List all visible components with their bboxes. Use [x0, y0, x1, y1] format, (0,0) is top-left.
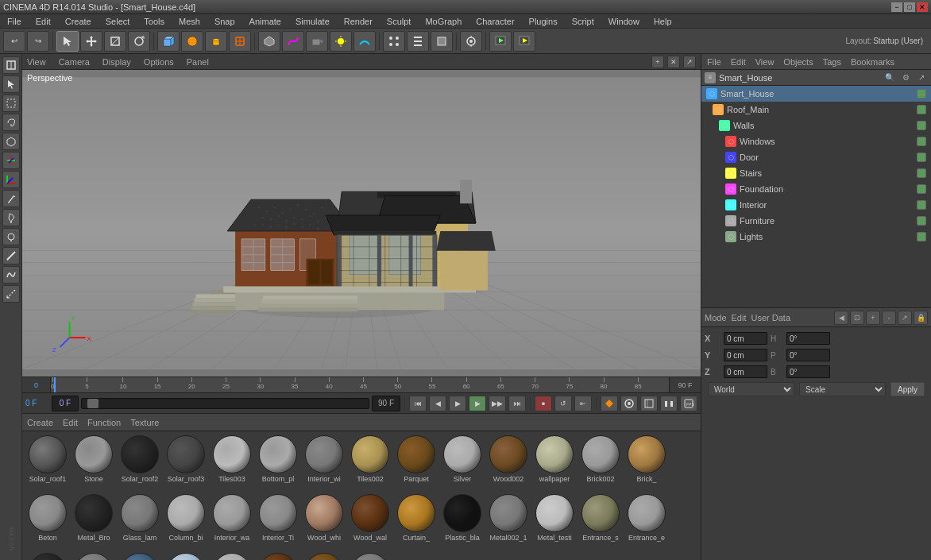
- menu-item-edit[interactable]: Edit: [33, 16, 53, 27]
- material-item[interactable]: Metal_testi: [532, 493, 577, 550]
- polygon-button[interactable]: [258, 31, 280, 52]
- object-list-item[interactable]: ⬡Interior: [701, 197, 931, 213]
- material-item[interactable]: Metal_Bro: [71, 493, 116, 550]
- left-tool-13[interactable]: [2, 285, 20, 303]
- object-list-item[interactable]: ⬡Furniture: [701, 213, 931, 229]
- viewport-3d[interactable]: Perspective: [22, 70, 701, 377]
- material-item[interactable]: Tiles004: [210, 552, 254, 560]
- edges-mode[interactable]: [407, 31, 429, 52]
- material-item[interactable]: Entrance_e: [624, 493, 669, 550]
- object-list-item[interactable]: ⬡Door: [701, 149, 931, 165]
- material-item[interactable]: Bottom_pl: [256, 434, 300, 492]
- object-visibility-toggle[interactable]: [917, 121, 926, 130]
- attr-z-pos-input[interactable]: [724, 365, 767, 378]
- object-list-item[interactable]: ⬡Windows: [701, 133, 931, 149]
- obj-mgr-tab-edit[interactable]: Edit: [728, 56, 748, 68]
- snap-button[interactable]: [460, 31, 482, 52]
- rotate-tool-button[interactable]: [128, 31, 150, 52]
- attr-zoom-fit[interactable]: ⊡: [850, 311, 864, 325]
- attr-tab-mode[interactable]: Mode: [705, 313, 727, 322]
- go-to-end-button[interactable]: ⏭: [508, 396, 526, 411]
- material-item[interactable]: Wood_pan: [302, 552, 346, 560]
- maximize-button[interactable]: □: [904, 2, 915, 12]
- scale-tool-button[interactable]: [104, 31, 126, 52]
- menu-item-simulate[interactable]: Simulate: [293, 16, 332, 27]
- material-item[interactable]: Column_bi: [164, 493, 208, 550]
- menu-item-mograph[interactable]: MoGraph: [423, 16, 464, 27]
- obj-mgr-tab-tags[interactable]: Tags: [821, 56, 844, 68]
- minimize-button[interactable]: −: [891, 2, 902, 12]
- left-tool-8[interactable]: [2, 190, 20, 207]
- menu-item-render[interactable]: Render: [342, 16, 375, 27]
- object-visibility-toggle[interactable]: [917, 216, 926, 226]
- timeline[interactable]: 0 051015202530354045505560657075808590 9…: [22, 377, 701, 392]
- obj-mgr-tab-view[interactable]: View: [753, 56, 777, 68]
- loop-button[interactable]: ↺: [554, 396, 572, 411]
- mat-tab-create[interactable]: Create: [27, 418, 53, 427]
- object-visibility-toggle[interactable]: [917, 137, 926, 146]
- material-item[interactable]: Solar_roof2: [118, 434, 162, 492]
- object-visibility-toggle[interactable]: [917, 105, 926, 114]
- material-item[interactable]: wallpaper: [532, 434, 577, 492]
- step-fwd-button[interactable]: ▶: [449, 396, 466, 411]
- attr-apply-button[interactable]: Apply: [890, 382, 925, 396]
- material-item[interactable]: Curtain_: [394, 493, 438, 550]
- left-tool-7[interactable]: [2, 171, 20, 188]
- material-item[interactable]: Wood002: [486, 434, 531, 492]
- attr-h-rot-input[interactable]: [786, 332, 830, 345]
- material-item[interactable]: Interior_wi: [302, 434, 346, 492]
- object-visibility-toggle[interactable]: [917, 184, 926, 194]
- left-tool-5[interactable]: [2, 133, 20, 150]
- faces-mode[interactable]: [431, 31, 453, 52]
- object-visibility-toggle[interactable]: [917, 153, 926, 162]
- left-tool-6[interactable]: [2, 152, 20, 169]
- viewport-expand-button[interactable]: ↗: [683, 56, 696, 68]
- viewport-tab-camera[interactable]: Camera: [59, 57, 90, 67]
- material-item[interactable]: Silver: [440, 434, 485, 492]
- material-item[interactable]: Wood_wal: [348, 493, 392, 550]
- material-item[interactable]: Interior_Ti: [256, 493, 300, 550]
- material-item[interactable]: Brick_: [624, 434, 669, 492]
- material-item[interactable]: Entrance_s2: [348, 552, 392, 560]
- points-mode[interactable]: [383, 31, 405, 52]
- attr-expand[interactable]: ↗: [898, 311, 912, 325]
- cube-button[interactable]: [157, 31, 180, 52]
- close-button[interactable]: ✕: [917, 2, 928, 12]
- object-list-item[interactable]: ⬡Stairs: [701, 165, 931, 181]
- object-visibility-toggle[interactable]: [917, 89, 926, 98]
- left-tool-1[interactable]: [2, 56, 20, 74]
- deformer-button[interactable]: [353, 31, 376, 52]
- redo-button[interactable]: ↪: [27, 31, 49, 52]
- attr-b-rot-input[interactable]: [786, 365, 830, 378]
- mat-tab-function[interactable]: Function: [87, 418, 121, 427]
- viewport-tab-display[interactable]: Display: [102, 57, 131, 67]
- material-item[interactable]: Tiles003: [210, 434, 254, 492]
- move-tool-button[interactable]: [80, 31, 102, 52]
- viewport-plus-button[interactable]: +: [651, 56, 664, 68]
- material-item[interactable]: Plastic_bla: [440, 493, 485, 550]
- menu-item-script[interactable]: Script: [570, 16, 597, 27]
- object-list-item[interactable]: ⬡Walls: [701, 118, 931, 133]
- obj-mgr-settings-button[interactable]: ⚙: [899, 71, 912, 84]
- attr-p-rot-input[interactable]: [786, 349, 830, 361]
- object-list-item[interactable]: ⬡Smart_House: [701, 86, 931, 102]
- render-button[interactable]: [513, 31, 535, 52]
- null-button[interactable]: [229, 31, 251, 52]
- timeline-ruler[interactable]: 051015202530354045505560657075808590: [51, 377, 669, 392]
- left-tool-9[interactable]: [2, 209, 20, 226]
- play-button[interactable]: ▶: [469, 396, 486, 411]
- menu-item-animate[interactable]: Animate: [247, 16, 284, 27]
- attr-lock[interactable]: 🔒: [914, 311, 928, 325]
- menu-item-sculpt[interactable]: Sculpt: [384, 16, 414, 27]
- attr-y-pos-input[interactable]: [724, 349, 767, 361]
- menu-item-file[interactable]: File: [5, 16, 24, 27]
- material-item[interactable]: Glass_Han: [118, 552, 162, 560]
- object-list-item[interactable]: ⬡Roof_Main: [701, 102, 931, 118]
- attr-zoom-in[interactable]: +: [866, 311, 880, 325]
- viewport-tab-panel[interactable]: Panel: [187, 57, 209, 67]
- obj-mgr-search-button[interactable]: 🔍: [883, 71, 896, 84]
- go-to-start-button[interactable]: ⏮: [409, 396, 427, 411]
- attr-scale-dropdown[interactable]: Scale: [799, 382, 886, 396]
- material-item[interactable]: Brick002: [578, 434, 623, 492]
- material-item[interactable]: Glass: [164, 552, 208, 560]
